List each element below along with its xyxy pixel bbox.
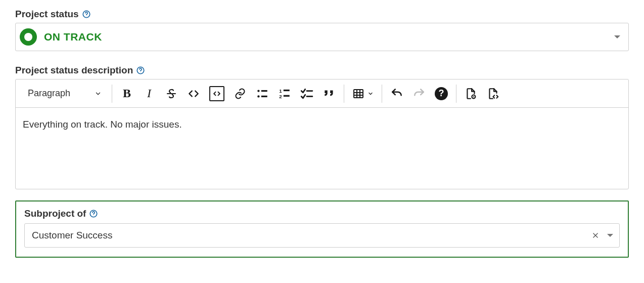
- svg-rect-12: [284, 95, 290, 96]
- chevron-down-icon: [367, 91, 374, 97]
- svg-rect-6: [261, 90, 267, 91]
- chevron-down-icon: [95, 90, 102, 97]
- status-indicator-icon: [20, 28, 37, 46]
- code-block-button[interactable]: [209, 86, 224, 101]
- svg-point-7: [257, 95, 259, 97]
- svg-rect-10: [284, 89, 290, 91]
- numbered-list-button[interactable]: 12: [278, 87, 291, 100]
- editor-toolbar: Paragraph B I: [16, 79, 628, 108]
- svg-point-23: [94, 215, 94, 216]
- editor-content[interactable]: Everything on track. No major issues.: [16, 108, 628, 189]
- inline-code-button[interactable]: [187, 87, 200, 100]
- subproject-section: Subproject of Customer Success: [15, 200, 629, 258]
- chevron-down-icon: [607, 234, 613, 237]
- svg-point-21: [473, 96, 474, 97]
- strikethrough-button[interactable]: [165, 87, 178, 100]
- blockquote-button[interactable]: [323, 87, 336, 100]
- chevron-down-icon: [614, 35, 620, 38]
- task-list-button[interactable]: [300, 87, 313, 100]
- preview-button[interactable]: [465, 87, 478, 100]
- project-status-select[interactable]: ON TRACK: [15, 23, 629, 51]
- rich-text-editor: Paragraph B I: [15, 79, 629, 189]
- source-code-button[interactable]: [487, 87, 500, 100]
- help-icon[interactable]: [136, 66, 145, 75]
- help-icon[interactable]: [89, 209, 98, 218]
- status-value: ON TRACK: [44, 31, 102, 43]
- svg-rect-15: [354, 90, 363, 98]
- undo-button[interactable]: [390, 87, 403, 100]
- subproject-select[interactable]: Customer Success: [24, 223, 620, 248]
- svg-text:1: 1: [279, 88, 282, 93]
- svg-point-5: [257, 90, 259, 92]
- editor-help-button[interactable]: ?: [435, 87, 448, 100]
- subproject-of-label: Subproject of: [24, 209, 620, 218]
- help-icon[interactable]: [82, 10, 91, 19]
- project-status-description-label: Project status description: [15, 65, 629, 75]
- subproject-of-label-text: Subproject of: [24, 209, 86, 218]
- project-status-description-label-text: Project status description: [15, 65, 133, 75]
- link-button[interactable]: [234, 87, 247, 100]
- table-button[interactable]: [352, 88, 374, 100]
- bullet-list-button[interactable]: [256, 87, 269, 100]
- svg-text:2: 2: [279, 93, 282, 99]
- clear-button[interactable]: [591, 231, 600, 240]
- paragraph-format-label: Paragraph: [28, 88, 70, 99]
- redo-button[interactable]: [412, 87, 426, 100]
- svg-rect-8: [261, 95, 267, 97]
- subproject-value: Customer Success: [32, 230, 112, 241]
- italic-button[interactable]: I: [143, 87, 156, 100]
- project-status-label: Project status: [15, 9, 629, 19]
- svg-point-1: [86, 16, 86, 16]
- paragraph-format-select[interactable]: Paragraph: [28, 88, 104, 99]
- project-status-label-text: Project status: [15, 9, 79, 19]
- svg-point-3: [141, 72, 141, 72]
- bold-button[interactable]: B: [120, 87, 133, 100]
